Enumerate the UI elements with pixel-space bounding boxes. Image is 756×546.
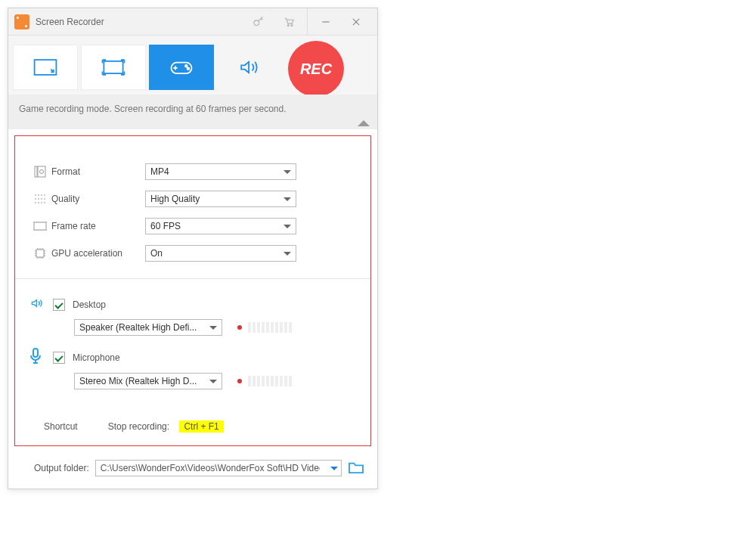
footer: Output folder: C:\Users\WonderFox\Videos…: [8, 452, 377, 489]
gpu-row: GPU acceleration On: [29, 245, 357, 262]
format-label: Format: [51, 166, 145, 177]
svg-point-16: [41, 194, 42, 196]
svg-point-20: [41, 198, 42, 200]
quality-icon: [29, 194, 51, 204]
svg-point-22: [35, 202, 36, 203]
browse-folder-button[interactable]: [348, 461, 364, 476]
divider: [15, 278, 370, 279]
stop-recording-label: Stop recording:: [108, 421, 169, 432]
mode-game-button[interactable]: [149, 45, 214, 90]
gpu-icon: [29, 247, 51, 259]
mode-audio-button[interactable]: [217, 45, 282, 90]
svg-point-19: [38, 198, 39, 200]
framerate-label: Frame rate: [51, 221, 145, 231]
app-logo-icon: [14, 14, 29, 29]
mode-description: Game recording mode. Screen recording at…: [8, 95, 377, 129]
record-dot-icon: [237, 325, 242, 330]
svg-point-17: [44, 194, 45, 196]
svg-point-1: [287, 24, 289, 26]
svg-rect-28: [33, 349, 38, 357]
key-icon[interactable]: [243, 8, 274, 36]
svg-point-2: [291, 24, 293, 26]
mode-fullscreen-button[interactable]: [81, 45, 146, 90]
chevron-down-icon: [209, 326, 217, 330]
chevron-down-icon: [209, 380, 217, 383]
speaker-icon: [29, 296, 50, 313]
chevron-down-icon: [284, 252, 291, 256]
desktop-checkbox[interactable]: [53, 299, 65, 311]
svg-point-13: [40, 170, 44, 174]
svg-point-15: [38, 194, 39, 196]
quality-row: Quality High Quality: [29, 191, 357, 207]
desktop-device-select[interactable]: Speaker (Realtek High Defi...: [74, 319, 222, 336]
desktop-label: Desktop: [73, 299, 106, 310]
quality-select[interactable]: High Quality: [145, 191, 296, 207]
mode-region-button[interactable]: [13, 45, 78, 90]
framerate-row: Frame rate 60 FPS: [29, 218, 357, 234]
gpu-select[interactable]: On: [145, 245, 296, 262]
shortcut-label: Shortcut: [44, 421, 78, 432]
svg-point-24: [41, 202, 42, 203]
shortcut-key: Ctrl + F1: [179, 420, 223, 433]
record-dot-icon: [237, 379, 242, 383]
microphone-level-meter: [237, 376, 292, 386]
svg-rect-26: [34, 222, 46, 230]
screen-recorder-window: Screen Recorder REC: [8, 8, 378, 489]
settings-panel: Format MP4 Quality High Quality Frame ra…: [14, 135, 371, 446]
microphone-checkbox[interactable]: [53, 352, 65, 364]
svg-point-10: [187, 67, 190, 70]
microphone-device-select[interactable]: Stereo Mix (Realtek High D...: [74, 373, 222, 389]
record-label: REC: [300, 60, 332, 78]
svg-point-9: [185, 65, 187, 67]
framerate-select[interactable]: 60 FPS: [145, 218, 296, 234]
chevron-down-icon: [284, 170, 291, 174]
framerate-icon: [29, 221, 51, 231]
output-folder-label: Output folder:: [34, 463, 89, 473]
close-button[interactable]: [341, 8, 371, 36]
microphone-icon: [29, 348, 50, 367]
svg-point-18: [35, 198, 36, 200]
chevron-down-icon: [330, 467, 338, 470]
collapse-arrow-icon[interactable]: [358, 120, 370, 126]
quality-label: Quality: [51, 194, 145, 204]
microphone-label: Microphone: [73, 352, 120, 363]
chevron-down-icon: [284, 225, 291, 228]
chevron-down-icon: [284, 197, 291, 201]
titlebar: Screen Recorder: [8, 8, 377, 36]
record-button[interactable]: REC: [288, 41, 344, 97]
output-path-input[interactable]: C:\Users\WonderFox\Videos\WonderFox Soft…: [95, 460, 342, 476]
window-title: Screen Recorder: [36, 17, 104, 27]
svg-point-21: [44, 198, 45, 200]
minimize-button[interactable]: [311, 8, 341, 36]
format-icon: [29, 166, 51, 178]
cart-icon[interactable]: [274, 8, 304, 36]
svg-rect-12: [38, 166, 45, 177]
svg-point-14: [35, 194, 36, 196]
shortcut-row: Shortcut Stop recording: Ctrl + F1: [29, 421, 357, 432]
format-select[interactable]: MP4: [145, 163, 296, 180]
mode-row: REC: [8, 36, 377, 95]
svg-point-0: [254, 20, 259, 26]
svg-point-25: [44, 202, 45, 203]
svg-rect-27: [36, 250, 44, 257]
svg-point-23: [38, 202, 39, 203]
svg-rect-11: [35, 166, 37, 177]
gpu-label: GPU acceleration: [51, 248, 145, 259]
format-row: Format MP4: [29, 163, 357, 180]
desktop-audio-block: Desktop Speaker (Realtek High Defi...: [29, 296, 357, 336]
microphone-block: Microphone Stereo Mix (Realtek High D...: [29, 348, 357, 389]
svg-rect-7: [104, 61, 122, 73]
desktop-level-meter: [237, 322, 292, 333]
